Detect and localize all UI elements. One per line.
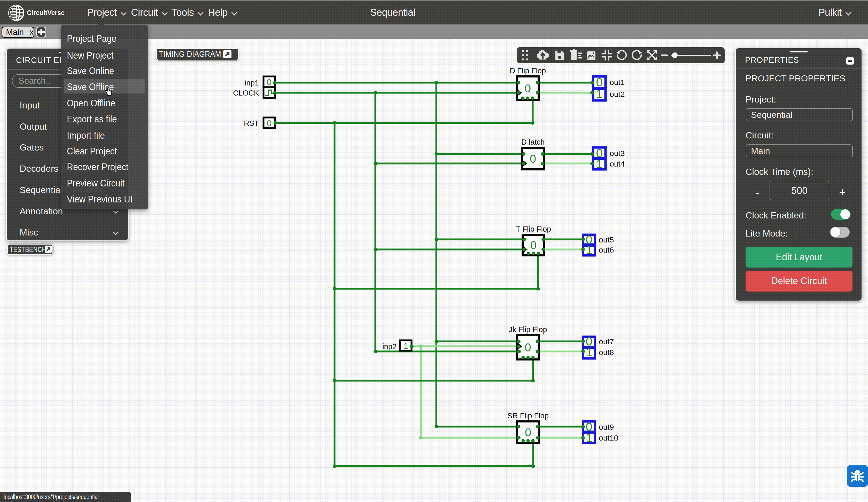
- svg-text:0: 0: [267, 77, 272, 87]
- svg-text:out3: out3: [610, 149, 625, 158]
- svg-text:1: 1: [586, 431, 592, 445]
- svg-text:out6: out6: [599, 245, 614, 254]
- svg-text:inp2: inp2: [382, 342, 396, 351]
- svg-text:CLOCK: CLOCK: [233, 89, 259, 97]
- svg-text:0: 0: [525, 82, 531, 95]
- svg-text:1: 1: [404, 341, 409, 351]
- svg-text:0: 0: [267, 118, 272, 128]
- svg-text:out5: out5: [599, 236, 614, 244]
- svg-text:0: 0: [530, 239, 537, 251]
- svg-text:1: 1: [596, 87, 603, 101]
- svg-text:out10: out10: [599, 433, 618, 442]
- svg-text:out8: out8: [599, 348, 614, 357]
- svg-text:inp1: inp1: [245, 79, 259, 87]
- svg-text:T Flip Flop: T Flip Flop: [516, 225, 551, 233]
- svg-text:1: 1: [586, 346, 592, 359]
- svg-text:0: 0: [525, 426, 531, 439]
- svg-text:D latch: D latch: [521, 138, 545, 146]
- svg-text:0: 0: [530, 152, 536, 165]
- svg-text:SR Flip Flop: SR Flip Flop: [507, 412, 549, 420]
- svg-text:1: 1: [596, 157, 603, 170]
- svg-text:D Flip Flop: D Flip Flop: [510, 67, 546, 75]
- svg-text:out7: out7: [599, 337, 614, 346]
- svg-text:RST: RST: [244, 119, 259, 127]
- svg-text:0: 0: [596, 75, 603, 89]
- svg-text:Jk Flip Flop: Jk Flip Flop: [509, 325, 547, 334]
- svg-text:out4: out4: [610, 160, 625, 168]
- svg-text:1: 1: [586, 243, 592, 257]
- svg-text:out2: out2: [610, 90, 625, 98]
- svg-text:out9: out9: [599, 423, 614, 431]
- svg-text:out1: out1: [610, 78, 625, 86]
- svg-text:0: 0: [525, 341, 531, 354]
